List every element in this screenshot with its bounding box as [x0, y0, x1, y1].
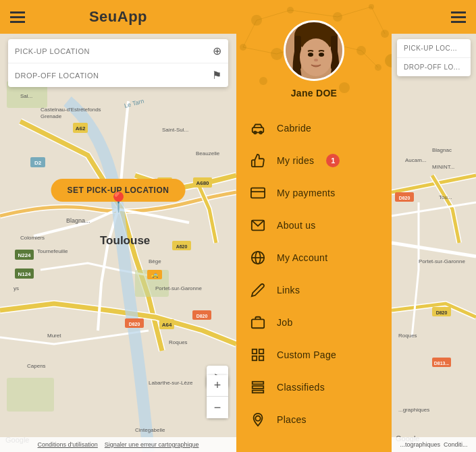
svg-point-71 — [300, 38, 332, 76]
svg-point-93 — [255, 416, 260, 421]
zoom-in-button[interactable]: + — [207, 375, 228, 397]
svg-point-74 — [314, 59, 318, 61]
svg-text:D813...: D813... — [434, 361, 450, 366]
menu-item-cabride[interactable]: Cabride — [236, 112, 392, 144]
pin-icon — [248, 410, 267, 429]
dropoff-row[interactable]: ⚑ — [8, 63, 228, 87]
svg-text:D820: D820 — [196, 314, 208, 318]
links-label: Links — [277, 285, 300, 295]
dropoff-input[interactable] — [15, 72, 212, 80]
globe-icon — [248, 248, 267, 267]
location-icon: ⊕ — [213, 45, 221, 57]
svg-point-72 — [308, 53, 313, 57]
svg-point-73 — [319, 53, 324, 57]
error-link[interactable]: Signaler une erreur cartographique — [105, 441, 199, 448]
right-dropoff-row[interactable] — [397, 58, 471, 76]
svg-text:Beauzelle: Beauzelle — [196, 150, 220, 157]
menu-item-places[interactable]: Places — [236, 403, 392, 436]
svg-rect-3 — [7, 378, 54, 412]
svg-text:N124: N124 — [18, 271, 31, 277]
svg-rect-88 — [253, 356, 257, 360]
svg-text:Blagnac: Blagnac — [432, 147, 452, 153]
svg-rect-84 — [252, 319, 264, 328]
svg-text:Castelnau-d'Estrétefonds: Castelnau-d'Estrétefonds — [41, 107, 101, 113]
right-dropoff-input[interactable] — [404, 63, 476, 71]
menu-items: Cabride My rides 1 My payments — [236, 109, 392, 439]
right-pickup-input[interactable] — [404, 45, 476, 52]
svg-text:Toulouse: Toulouse — [100, 234, 150, 247]
svg-text:Cintegabelle: Cintegabelle — [135, 427, 165, 433]
grid-icon — [248, 345, 267, 364]
envelope-icon — [248, 216, 267, 235]
svg-text:Portet-sur-Garonne: Portet-sur-Garonne — [155, 285, 202, 291]
search-inputs: ⊕ ⚑ — [8, 39, 228, 87]
zoom-controls: + − — [207, 375, 228, 418]
list-icon — [248, 378, 267, 397]
svg-text:D820: D820 — [436, 310, 448, 315]
map-terms: Conditions d'utilisation Signaler une er… — [0, 437, 236, 452]
app-title: SeuApp — [89, 8, 147, 26]
menu-item-about-us[interactable]: About us — [236, 209, 392, 242]
svg-rect-87 — [259, 349, 263, 354]
svg-text:A680: A680 — [196, 180, 209, 186]
svg-text:🚕: 🚕 — [151, 271, 159, 279]
my-rides-badge: 1 — [326, 154, 340, 167]
svg-text:Capens: Capens — [27, 363, 46, 369]
menu-item-my-payments[interactable]: My payments — [236, 177, 392, 209]
svg-rect-90 — [253, 382, 264, 385]
map-pin: 📍 — [107, 191, 130, 213]
terms-link[interactable]: Conditions d'utilisation — [38, 441, 98, 448]
right-hamburger-button[interactable] — [451, 11, 466, 23]
menu-item-job[interactable]: Job — [236, 306, 392, 339]
left-header: SeuApp — [0, 0, 236, 34]
places-label: Places — [277, 414, 307, 425]
svg-text:A62: A62 — [76, 125, 86, 132]
svg-text:Aucam...: Aucam... — [405, 157, 427, 163]
profile-section: Jane DOE — [236, 0, 392, 109]
svg-text:D2: D2 — [34, 160, 42, 166]
left-map-panel: SeuApp — [0, 0, 236, 452]
right-header — [392, 0, 476, 34]
right-pickup-row[interactable] — [397, 39, 471, 58]
svg-text:Muret: Muret — [47, 333, 61, 339]
pickup-input[interactable] — [15, 47, 213, 55]
menu-item-my-account[interactable]: My Account — [236, 242, 392, 274]
card-icon — [248, 183, 267, 202]
svg-text:D820: D820 — [129, 322, 140, 327]
classifieds-label: Classifieds — [277, 382, 325, 393]
svg-text:Portet-sur-Garonne: Portet-sur-Garonne — [419, 258, 465, 264]
pencil-icon — [248, 281, 267, 300]
my-payments-label: My payments — [277, 188, 336, 198]
my-account-label: My Account — [277, 252, 327, 263]
svg-text:MININT...: MININT... — [432, 164, 454, 170]
briefcase-icon — [248, 313, 267, 332]
menu-item-links[interactable]: Links — [236, 274, 392, 306]
svg-text:Roques: Roques — [169, 339, 188, 345]
svg-text:Tournefeuille: Tournefeuille — [37, 248, 68, 254]
right-map-terms: ...tographiques Conditi... — [392, 437, 476, 452]
svg-rect-86 — [253, 349, 257, 354]
svg-text:Blagna...: Blagna... — [66, 217, 90, 224]
right-search-inputs — [397, 39, 471, 76]
hamburger-button[interactable] — [10, 11, 25, 23]
menu-item-classifieds[interactable]: Classifieds — [236, 371, 392, 403]
svg-text:D820: D820 — [399, 196, 411, 200]
car-icon — [248, 119, 267, 138]
svg-text:Sal...: Sal... — [20, 93, 32, 99]
about-us-label: About us — [277, 220, 316, 231]
my-rides-label: My rides — [277, 155, 314, 166]
svg-rect-78 — [251, 188, 265, 198]
menu-item-custom-page[interactable]: Custom Page — [236, 339, 392, 371]
svg-text:Bège: Bège — [149, 258, 161, 264]
svg-text:ys: ys — [14, 285, 19, 291]
svg-text:Grenade: Grenade — [41, 113, 62, 119]
thumb-icon — [248, 151, 267, 170]
pickup-row[interactable]: ⊕ — [8, 39, 228, 63]
zoom-out-button[interactable]: − — [207, 397, 228, 418]
cabride-label: Cabride — [277, 123, 311, 134]
svg-text:A64: A64 — [162, 322, 172, 328]
svg-text:Colomiers: Colomiers — [20, 235, 45, 241]
menu-item-my-rides[interactable]: My rides 1 — [236, 144, 392, 177]
right-map-panel: Aucam... Blagnac MININT... Tou... Portet… — [392, 0, 476, 452]
menu-panel: Jane DOE Cabride My r — [236, 0, 392, 452]
